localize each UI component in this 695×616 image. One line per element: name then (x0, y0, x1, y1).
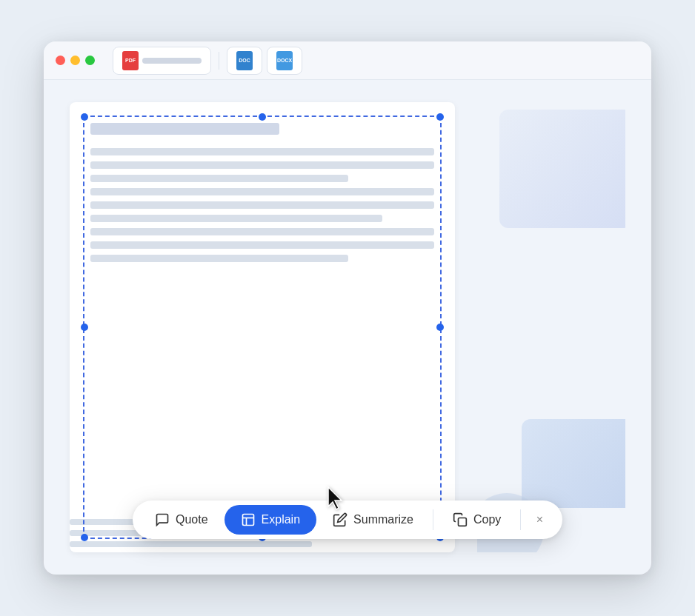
minimize-button[interactable] (70, 56, 80, 65)
menu-divider-2 (520, 509, 521, 530)
doc-preview (70, 102, 625, 552)
maximize-button[interactable] (85, 56, 95, 65)
tab-divider-1 (219, 52, 219, 70)
decoration-shape-2 (522, 419, 625, 508)
doc-icon: DOC (236, 51, 253, 70)
close-button[interactable] (56, 56, 65, 65)
menu-divider-1 (433, 509, 433, 530)
explain-label: Explain (262, 513, 300, 526)
title-bar: PDF DOC DOCX (44, 41, 651, 80)
tab-group: PDF DOC DOCX (113, 47, 302, 75)
browser-window: PDF DOC DOCX (44, 41, 651, 575)
menu-item-copy[interactable]: Copy (436, 505, 517, 535)
summarize-icon (333, 512, 348, 527)
handle-top-right[interactable] (436, 113, 444, 121)
copy-icon (453, 512, 468, 527)
handle-bottom-left[interactable] (81, 534, 88, 541)
quote-label: Quote (176, 513, 208, 526)
handle-top-left[interactable] (81, 113, 88, 121)
handle-middle-right[interactable] (436, 324, 444, 331)
close-icon: × (536, 513, 543, 526)
explain-icon (241, 512, 256, 527)
tab-pdf-title (142, 58, 202, 64)
handle-top-middle[interactable] (259, 113, 266, 121)
selection-box (83, 116, 442, 539)
quote-icon (155, 512, 170, 527)
docx-icon: DOCX (276, 51, 293, 70)
decoration-shape-1 (499, 110, 625, 228)
tab-docx[interactable]: DOCX (267, 47, 302, 75)
content-area: Quote Explain (44, 80, 651, 575)
right-doc-decoration (477, 102, 625, 552)
pdf-icon: PDF (122, 51, 139, 70)
window-controls (56, 56, 95, 65)
menu-item-quote[interactable]: Quote (139, 505, 225, 535)
bottom-line-3 (70, 541, 312, 547)
menu-item-explain[interactable]: Explain (225, 505, 316, 535)
svg-rect-3 (458, 518, 466, 526)
tab-doc[interactable]: DOC (227, 47, 262, 75)
menu-close-button[interactable]: × (527, 507, 552, 532)
left-document (70, 102, 455, 552)
context-menu: Quote Explain (133, 500, 562, 539)
svg-rect-0 (242, 515, 253, 526)
handle-middle-left[interactable] (81, 324, 88, 331)
menu-item-summarize[interactable]: Summarize (316, 505, 430, 535)
tab-pdf[interactable]: PDF (113, 47, 211, 75)
summarize-label: Summarize (353, 513, 413, 526)
copy-label: Copy (473, 513, 501, 526)
